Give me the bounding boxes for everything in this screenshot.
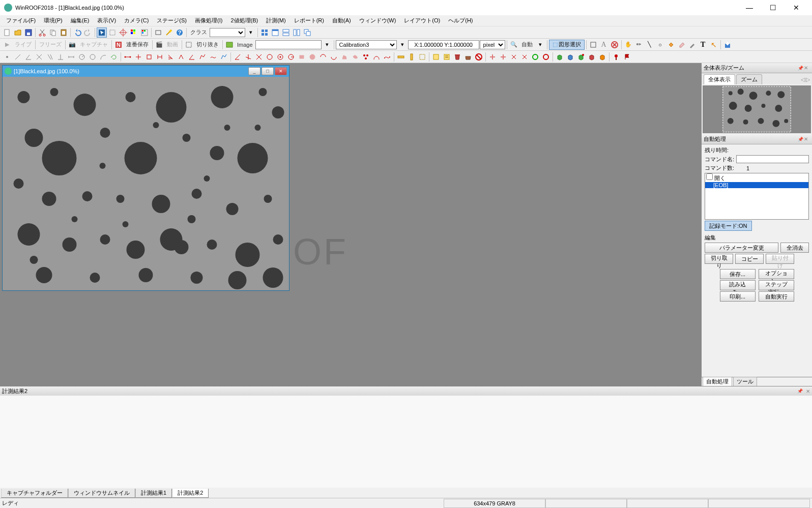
menu-window[interactable]: ウィンドウ(W) — [355, 16, 400, 25]
results-header[interactable]: 計測結果2 📌 ✕ — [0, 386, 812, 396]
seg-poly-icon[interactable] — [197, 52, 208, 62]
circle-red-icon[interactable] — [541, 52, 551, 62]
poly-fill-icon[interactable] — [339, 52, 350, 62]
m-perp-icon[interactable] — [55, 52, 66, 62]
seg-hv-icon[interactable] — [133, 52, 143, 62]
document-image[interactable] — [3, 77, 289, 290]
rtab-thumbnails[interactable]: ウィンドウサムネイル — [68, 489, 135, 498]
menu-measure[interactable]: 計測(M) — [262, 16, 290, 25]
maximize-button[interactable]: ☐ — [761, 0, 785, 15]
line-icon[interactable]: ╲ — [645, 40, 655, 50]
eyedrop-icon[interactable] — [687, 40, 698, 50]
zoom-icon[interactable]: 🔍 — [509, 40, 519, 50]
close-panel-icon-2[interactable]: ✕ — [804, 136, 810, 142]
auto-exec-button[interactable]: 自動実行 — [759, 291, 794, 302]
undo-icon[interactable] — [72, 27, 82, 38]
paste-button[interactable]: 貼り付け — [766, 254, 794, 264]
seg-box-icon[interactable] — [144, 52, 154, 62]
tile-v-icon[interactable] — [292, 27, 302, 38]
m-dist-icon[interactable] — [66, 52, 76, 62]
overview-panel-header[interactable]: 全体表示/ズーム 📌 ✕ — [702, 63, 812, 73]
rect-fill-icon[interactable] — [297, 52, 307, 62]
btab-auto[interactable]: 自動処理 — [703, 377, 732, 386]
seg-slash-icon[interactable] — [165, 52, 176, 62]
save-button[interactable]: 保存... — [720, 269, 756, 279]
split-h-icon[interactable] — [487, 52, 498, 62]
curve-icon[interactable] — [371, 52, 382, 62]
menu-binary[interactable]: 2値処理(B) — [226, 16, 262, 25]
crop-tool-icon[interactable] — [588, 40, 598, 50]
hand-icon[interactable]: ✋ — [623, 40, 633, 50]
minimize-button[interactable]: — — [738, 0, 761, 15]
seg-free-icon[interactable] — [208, 52, 218, 62]
cut-icon[interactable] — [37, 27, 47, 38]
menu-improc[interactable]: 画像処理(I) — [191, 16, 226, 25]
copy-icon[interactable] — [48, 27, 58, 38]
cube-o-icon[interactable] — [597, 52, 607, 62]
circ-fill-icon[interactable] — [307, 52, 317, 62]
m-parallel-icon[interactable] — [45, 52, 55, 62]
grid-icon[interactable] — [259, 27, 270, 38]
list-item-eob[interactable]: [EOB] — [705, 182, 808, 188]
import-icon[interactable] — [722, 40, 733, 50]
seg-line-icon[interactable] — [123, 52, 133, 62]
trash-icon[interactable] — [452, 52, 462, 62]
arc-1-icon[interactable] — [318, 52, 328, 62]
doc-maximize-button[interactable]: □ — [262, 67, 274, 75]
dropdown-icon[interactable]: ▾ — [246, 27, 256, 38]
units-select[interactable]: pixel — [480, 40, 505, 49]
rtab-result2[interactable]: 計測結果2 — [172, 489, 209, 498]
ang-3-icon[interactable] — [254, 52, 264, 62]
doc-minimize-button[interactable]: _ — [248, 67, 260, 75]
list-item-checkbox[interactable] — [706, 173, 713, 180]
step-exec-button[interactable]: ステップ実行... — [759, 280, 794, 290]
menu-help[interactable]: ヘルプ(H) — [444, 16, 477, 25]
circ-2-icon[interactable] — [275, 52, 285, 62]
m-arc-icon[interactable] — [98, 52, 108, 62]
text-a-icon[interactable]: A — [599, 40, 609, 50]
ellipse-icon[interactable]: ○ — [655, 40, 665, 50]
calibration-select[interactable]: Calibration3 — [336, 40, 397, 49]
eraser-icon[interactable] — [677, 40, 687, 50]
circle-green-icon[interactable] — [530, 52, 540, 62]
menu-env[interactable]: 環境(P) — [40, 16, 67, 25]
spline-icon[interactable] — [382, 52, 392, 62]
m-circle3-icon[interactable] — [88, 52, 98, 62]
window-icon[interactable] — [270, 27, 280, 38]
btab-tool[interactable]: ツール — [733, 377, 757, 386]
redo-icon[interactable] — [83, 27, 93, 38]
tab-prev-icon[interactable]: ◁ — [801, 76, 805, 83]
auto-panel-header[interactable]: 自動処理 📌 ✕ — [702, 134, 812, 144]
rtab-capture-folder[interactable]: キャプチャフォルダー — [1, 489, 68, 498]
cube-b-icon[interactable] — [565, 52, 575, 62]
split-x-icon[interactable] — [509, 52, 519, 62]
auto-zoom-label[interactable]: 自動 — [519, 41, 535, 48]
overview-thumbnail[interactable] — [703, 85, 811, 133]
rect-select-icon[interactable] — [107, 27, 118, 38]
cut-button[interactable]: 切り取り — [705, 254, 733, 264]
wand-icon[interactable] — [164, 27, 174, 38]
pin-icon[interactable] — [611, 52, 621, 62]
workspace[interactable]: ROOF [1]BlackLead.jpg (100.0%) _ □ ✕ — [0, 63, 701, 386]
close-panel-icon[interactable]: ✕ — [804, 65, 810, 71]
document-titlebar[interactable]: [1]BlackLead.jpg (100.0%) _ □ ✕ — [3, 66, 289, 77]
menu-file[interactable]: ファイル(F) — [2, 16, 40, 25]
load-button[interactable]: 読み込み... — [720, 280, 756, 290]
ruler-h-icon[interactable] — [396, 52, 406, 62]
movie-icon[interactable]: 🎬 — [154, 40, 164, 50]
image-dropdown-icon[interactable]: ▾ — [322, 40, 332, 50]
text-t-icon[interactable]: T — [698, 40, 708, 50]
results-close-icon[interactable]: ✕ — [806, 389, 810, 394]
seg-blue-icon[interactable] — [219, 52, 229, 62]
arc-2-icon[interactable] — [329, 52, 339, 62]
image-mode-icon[interactable] — [224, 40, 235, 50]
results-body[interactable] — [0, 396, 812, 488]
fill-icon[interactable] — [666, 40, 676, 50]
save-icon[interactable] — [23, 27, 34, 38]
coords-input[interactable] — [408, 40, 479, 49]
copy-button[interactable]: コピー — [735, 254, 764, 264]
class-select[interactable] — [210, 28, 245, 37]
circ-3-icon[interactable] — [286, 52, 296, 62]
pencil-icon[interactable]: ✏ — [634, 40, 644, 50]
ang-2-icon[interactable] — [243, 52, 253, 62]
